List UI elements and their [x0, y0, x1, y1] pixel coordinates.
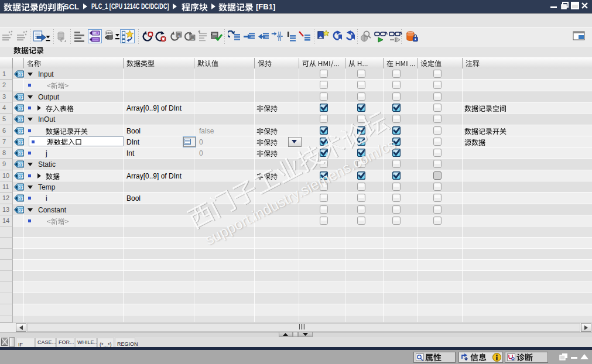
svg-text:01: 01 — [19, 106, 23, 111]
svg-text:01: 01 — [19, 95, 23, 100]
svg-text:01: 01 — [19, 140, 23, 145]
svg-text:01: 01 — [19, 72, 23, 77]
svg-text:01: 01 — [19, 174, 23, 179]
svg-text:01: 01 — [19, 208, 23, 213]
svg-text:01: 01 — [19, 117, 23, 122]
svg-text:01: 01 — [19, 162, 23, 167]
svg-text:01: 01 — [19, 196, 23, 201]
svg-text:01: 01 — [177, 35, 180, 37]
svg-text:01: 01 — [19, 129, 23, 134]
svg-text:01: 01 — [19, 151, 23, 156]
svg-text:01: 01 — [19, 185, 23, 190]
svg-text:01: 01 — [94, 32, 97, 35]
svg-text:01: 01 — [191, 38, 193, 40]
